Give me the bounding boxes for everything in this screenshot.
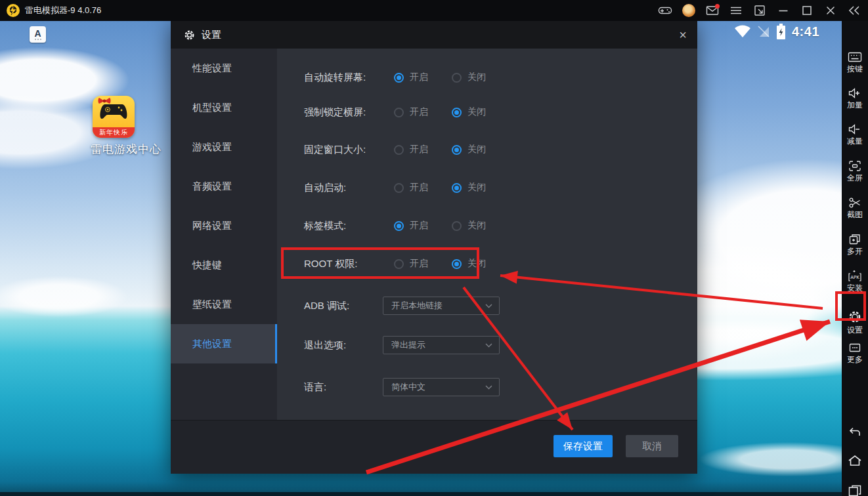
sidebar-item-network[interactable]: 网络设置 xyxy=(171,206,277,245)
setting-label: 标签模式: xyxy=(304,220,346,232)
app-name: 雷电游戏中心 xyxy=(91,142,137,157)
toolbar-label: 截图 xyxy=(847,211,863,218)
minimize-button[interactable] xyxy=(776,3,791,18)
radio-label: 关闭 xyxy=(467,106,486,118)
chevron-down-icon xyxy=(485,304,492,308)
radio-on[interactable]: 开启 xyxy=(394,102,428,122)
toolbar-item-volume-up[interactable]: 加量 xyxy=(842,87,868,109)
sidebar-item-label: 其他设置 xyxy=(192,338,232,350)
setting-row-tab-mode: 标签模式: 开启 关闭 xyxy=(277,216,697,236)
radio-on[interactable]: 开启 xyxy=(394,216,428,236)
sidebar-item-device-model[interactable]: 机型设置 xyxy=(171,88,277,127)
svg-text:APK: APK xyxy=(850,275,859,280)
toolbar-item-install-apk[interactable]: APK 安装 xyxy=(842,270,868,292)
app-badge: 新年快乐 xyxy=(93,127,135,138)
radio-off[interactable]: 关闭 xyxy=(452,102,486,122)
setting-label: 固定窗口大小: xyxy=(304,144,366,156)
dialog-title: 设置 xyxy=(202,29,221,41)
radio-on[interactable]: 开启 xyxy=(394,178,428,197)
cellular-off-icon xyxy=(757,25,770,38)
radio-off[interactable]: 关闭 xyxy=(452,68,486,87)
setting-row-adb-debug: ADB 调试: 开启本地链接 xyxy=(277,296,697,316)
toolbar-item-multi-instance[interactable]: 多开 xyxy=(842,234,868,255)
window-titlebar: 雷电模拟器-9 4.0.76 xyxy=(0,0,868,21)
ime-indicator[interactable]: A xyxy=(30,26,46,43)
radio-on[interactable]: 开启 xyxy=(394,254,428,274)
dialog-close-button[interactable]: × xyxy=(679,28,687,41)
notification-dot xyxy=(715,4,720,9)
collapse-sidebar-icon[interactable] xyxy=(847,3,861,18)
recents-icon xyxy=(848,484,862,496)
boss-key-icon[interactable] xyxy=(752,3,767,18)
close-button[interactable] xyxy=(823,3,838,18)
sidebar-item-label: 音频设置 xyxy=(192,180,232,193)
radio-off[interactable]: 关闭 xyxy=(452,178,486,197)
radio-circle xyxy=(452,145,462,155)
radio-off[interactable]: 关闭 xyxy=(452,216,486,236)
sidebar-item-label: 性能设置 xyxy=(192,62,232,75)
android-recents-button[interactable] xyxy=(842,484,868,496)
keyboard-icon xyxy=(848,51,862,63)
wifi-icon xyxy=(734,25,751,38)
sidebar-item-game[interactable]: 游戏设置 xyxy=(171,127,277,167)
ime-dots xyxy=(35,39,41,40)
toolbar-label: 减量 xyxy=(847,137,863,145)
sidebar-item-performance[interactable]: 性能设置 xyxy=(171,49,277,88)
maximize-button[interactable] xyxy=(800,3,814,18)
radio-off[interactable]: 关闭 xyxy=(452,140,486,159)
android-back-button[interactable] xyxy=(842,425,868,438)
settings-dialog: 设置 × 性能设置 机型设置 游戏设置 音频设置 网络设置 快捷键 壁纸设置 其… xyxy=(171,21,697,474)
settings-gear-icon xyxy=(184,30,195,41)
radio-label: 开启 xyxy=(410,220,428,232)
toolbar-item-settings[interactable]: 设置 xyxy=(842,310,868,334)
cancel-button[interactable]: 取消 xyxy=(626,435,678,457)
game-center-icon: 新年快乐 xyxy=(93,96,135,138)
exit-option-dropdown[interactable]: 弹出提示 xyxy=(383,336,500,354)
screen-bottom-strip xyxy=(0,492,842,496)
sidebar-item-wallpaper[interactable]: 壁纸设置 xyxy=(171,285,277,324)
radio-circle xyxy=(394,145,404,155)
adb-debug-dropdown[interactable]: 开启本地链接 xyxy=(383,297,500,315)
setting-label: 语言: xyxy=(304,381,326,394)
settings-sidebar: 性能设置 机型设置 游戏设置 音频设置 网络设置 快捷键 壁纸设置 其他设置 xyxy=(171,49,277,420)
radio-off[interactable]: 关闭 xyxy=(452,254,486,274)
sidebar-item-other[interactable]: 其他设置 xyxy=(171,324,277,363)
setting-label: 自动旋转屏幕: xyxy=(304,72,366,84)
sidebar-item-label: 网络设置 xyxy=(192,220,232,232)
game-center-shortcut[interactable]: 新年快乐 雷电游戏中心 xyxy=(91,96,137,157)
toolbar-label: 全屏 xyxy=(847,174,863,182)
toolbar-item-volume-down[interactable]: 减量 xyxy=(842,123,868,145)
setting-label: ROOT 权限: xyxy=(304,258,357,270)
setting-row-auto-rotate: 自动旋转屏幕: 开启 关闭 xyxy=(277,68,697,87)
sidebar-item-audio[interactable]: 音频设置 xyxy=(171,167,277,206)
user-avatar[interactable] xyxy=(682,3,696,18)
dialog-footer: 保存设置 取消 xyxy=(171,420,697,474)
gamepad-icon[interactable] xyxy=(658,3,672,18)
setting-row-fixed-window: 固定窗口大小: 开启 关闭 xyxy=(277,140,697,159)
toolbar-item-keymap[interactable]: 按键 xyxy=(842,51,868,73)
battery-charging-icon xyxy=(776,24,786,39)
toolbar-label: 设置 xyxy=(847,326,863,334)
toolbar-label: 加量 xyxy=(847,101,863,109)
radio-on[interactable]: 开启 xyxy=(394,68,428,87)
toolbar-item-more[interactable]: 更多 xyxy=(842,342,868,363)
setting-row-language: 语言: 简体中文 xyxy=(277,377,697,397)
toolbar-item-screenshot[interactable]: 截图 xyxy=(842,197,868,218)
language-dropdown[interactable]: 简体中文 xyxy=(383,378,500,396)
save-settings-button[interactable]: 保存设置 xyxy=(553,435,613,457)
toolbar-item-fullscreen[interactable]: 全屏 xyxy=(842,160,868,182)
sidebar-item-shortcuts[interactable]: 快捷键 xyxy=(171,245,277,285)
radio-circle xyxy=(394,259,404,269)
chevron-down-icon xyxy=(485,385,492,390)
emulator-toolbar: 按键 加量 减量 全屏 截图 多开 APK xyxy=(842,21,868,496)
android-home-button[interactable] xyxy=(842,454,868,467)
radio-label: 开启 xyxy=(410,106,428,118)
radio-label: 关闭 xyxy=(467,144,486,155)
volume-down-icon xyxy=(848,123,862,135)
menu-icon[interactable] xyxy=(729,3,743,18)
sidebar-item-label: 游戏设置 xyxy=(192,141,232,154)
radio-label: 开启 xyxy=(410,72,428,83)
messages-icon[interactable] xyxy=(705,3,720,18)
scissors-icon xyxy=(848,197,861,209)
radio-on[interactable]: 开启 xyxy=(394,140,428,159)
